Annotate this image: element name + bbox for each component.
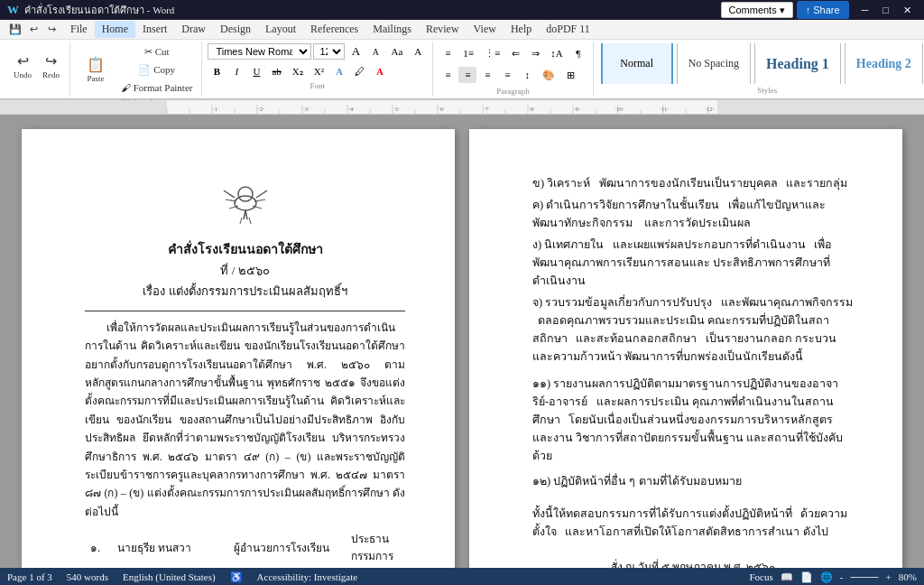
bold-button[interactable]: B	[208, 63, 226, 79]
style-no-spacing[interactable]: No Spacing	[677, 43, 751, 84]
maximize-button[interactable]: □	[877, 5, 894, 15]
redo-label: Redo	[42, 70, 60, 80]
svg-text:·8·: ·8·	[529, 106, 535, 113]
decrease-indent-button[interactable]: ⇐	[506, 45, 524, 61]
menu-layout[interactable]: Layout	[258, 21, 303, 38]
font-bottom-row: B I U ab X₂ X² A 🖊 A	[208, 63, 427, 79]
title-bar: W คำสั่งโรงเรียนนอดาใต้ศึกษา - Word Comm…	[0, 0, 924, 20]
font-name-select[interactable]: Times New Roman	[208, 43, 311, 60]
pages-row: คำสั่งโรงเรียนนอดาใต้ศึกษา ที่ / ๒๕๖๐ เร…	[22, 129, 902, 568]
ribbon-content: ↩ Undo ↪ Redo Clipboard 📋 Paste ✂ Cut �	[0, 40, 924, 99]
align-center-button[interactable]: ≡	[458, 67, 476, 83]
justify-button[interactable]: ≡	[498, 67, 516, 83]
subscript-button[interactable]: X₂	[288, 63, 308, 79]
menu-design[interactable]: Design	[213, 21, 258, 38]
ribbon-group-clipboard: 📋 Paste ✂ Cut 📄 Copy 🖌 Format Painter Cl…	[70, 42, 202, 97]
top-right-controls: Comments ▾ ↑ Share	[717, 0, 853, 21]
menu-home[interactable]: Home	[95, 21, 135, 38]
redo-button[interactable]: ↪ Redo	[38, 43, 64, 88]
cut-button[interactable]: ✂ Cut	[117, 43, 196, 60]
emblem	[85, 174, 405, 235]
svg-point-40	[238, 187, 253, 201]
redo-qat-button[interactable]: ↪	[43, 22, 60, 38]
zoom-out-button[interactable]: -	[840, 571, 844, 582]
menu-insert[interactable]: Insert	[135, 21, 174, 38]
title-bar-right: Comments ▾ ↑ Share ─ □ ✕	[717, 0, 918, 21]
svg-text:·6·: ·6·	[439, 106, 445, 113]
para-bottom-row: ≡ ≡ ≡ ≡ ↕ 🎨 ⊞	[439, 65, 587, 85]
svg-text:·10·: ·10·	[614, 106, 624, 113]
focus-label[interactable]: Focus	[749, 571, 772, 582]
svg-text:·5·: ·5·	[393, 106, 400, 113]
sort-button[interactable]: ↕A	[546, 45, 567, 61]
text-highlight-button[interactable]: 🖊	[350, 63, 369, 79]
menu-review[interactable]: Review	[419, 21, 467, 38]
minimize-button[interactable]: ─	[856, 5, 874, 15]
comments-label: Comments	[729, 5, 777, 15]
doc-school-name: คำสั่งโรงเรียนนอดาใต้ศึกษา	[85, 240, 405, 260]
format-painter-button[interactable]: 🖌 Format Painter	[117, 79, 196, 96]
zoom-slider[interactable]: ────	[850, 571, 878, 582]
table-row: ๑. นายธุรีย ทนสวา ผู้อำนวยการโรงเรียน ปร…	[87, 530, 403, 566]
svg-text:·7·: ·7·	[484, 106, 490, 113]
show-formatting-button[interactable]: ¶	[569, 45, 587, 61]
menu-dopdf[interactable]: doPDF 11	[539, 21, 597, 38]
garuda-icon	[218, 174, 273, 228]
menu-help[interactable]: Help	[504, 21, 539, 38]
paste-icon: 📋	[87, 56, 105, 73]
font-size-select[interactable]: 12	[313, 43, 345, 60]
document-scroll[interactable]: คำสั่งโรงเรียนนอดาใต้ศึกษา ที่ / ๒๕๖๐ เร…	[0, 115, 924, 568]
text-effects-button[interactable]: A	[330, 63, 348, 79]
menu-mailings[interactable]: Mailings	[365, 21, 419, 38]
close-button[interactable]: ✕	[898, 5, 917, 16]
borders-button[interactable]: ⊞	[561, 67, 579, 83]
title-bar-left: W คำสั่งโรงเรียนนอดาใต้ศึกษา - Word	[7, 2, 174, 18]
menu-view[interactable]: View	[467, 21, 504, 38]
ribbon: ↩ Undo ↪ Redo Clipboard 📋 Paste ✂ Cut �	[0, 40, 924, 100]
save-qat-button[interactable]: 💾	[7, 22, 23, 38]
zoom-in-button[interactable]: +	[886, 571, 892, 582]
comments-button[interactable]: Comments ▾	[721, 2, 793, 18]
menu-file[interactable]: File	[63, 21, 95, 38]
share-button[interactable]: ↑ Share	[797, 1, 849, 19]
italic-button[interactable]: I	[227, 63, 245, 79]
line-spacing-button[interactable]: ↕	[518, 67, 536, 83]
style-normal[interactable]: Normal	[601, 43, 673, 84]
strikethrough-button[interactable]: ab	[267, 63, 285, 79]
right-item-j: จ) รวบรวมข้อมูลเกี่ยวกับการปรับปรุง และพ…	[532, 293, 853, 366]
change-case-button[interactable]: Aa	[386, 43, 407, 60]
quick-access-toolbar: 💾 ↩ ↪	[4, 22, 63, 38]
copy-button[interactable]: 📄 Copy	[117, 61, 196, 78]
view-read-button[interactable]: 📖	[781, 571, 793, 583]
committee-table: ๑. นายธุรีย ทนสวา ผู้อำนวยการโรงเรียน ปร…	[85, 528, 405, 568]
grow-font-button[interactable]: A	[346, 43, 365, 60]
undo-button[interactable]: ↩ Undo	[9, 43, 36, 88]
view-layout-button[interactable]: 📄	[800, 571, 813, 583]
svg-line-51	[249, 218, 251, 224]
undo-qat-button[interactable]: ↩	[25, 22, 42, 38]
shading-button[interactable]: 🎨	[538, 67, 559, 83]
svg-text:·1·: ·1·	[213, 106, 219, 113]
superscript-button[interactable]: X²	[310, 63, 328, 79]
underline-button[interactable]: U	[247, 63, 265, 79]
shrink-font-button[interactable]: A	[366, 43, 384, 60]
closing-text: ทั้งนี้ให้ทดสอบกรรมการที่ได้รับการแต่งตั…	[532, 505, 853, 541]
bullets-button[interactable]: ≡	[439, 45, 457, 61]
style-heading2[interactable]: Heading 2	[845, 43, 923, 84]
multilevel-list-button[interactable]: ⋮≡	[480, 45, 504, 61]
menu-references[interactable]: References	[303, 21, 365, 38]
clear-formatting-button[interactable]: A	[409, 43, 427, 60]
redo-icon: ↪	[45, 52, 57, 70]
undo-redo-buttons: ↩ Undo ↪ Redo	[9, 43, 64, 88]
numbering-button[interactable]: 1≡	[458, 45, 478, 61]
increase-indent-button[interactable]: ⇒	[526, 45, 544, 61]
align-left-button[interactable]: ≡	[439, 67, 457, 83]
paragraph-group-label: Paragraph	[496, 87, 529, 96]
share-icon: ↑	[806, 5, 811, 15]
menu-draw[interactable]: Draw	[174, 21, 213, 38]
align-right-button[interactable]: ≡	[478, 67, 496, 83]
paste-button[interactable]: 📋 Paste	[76, 47, 116, 92]
font-color-button[interactable]: A	[371, 63, 389, 79]
style-heading1[interactable]: Heading 1	[754, 43, 841, 84]
view-web-button[interactable]: 🌐	[820, 571, 833, 583]
